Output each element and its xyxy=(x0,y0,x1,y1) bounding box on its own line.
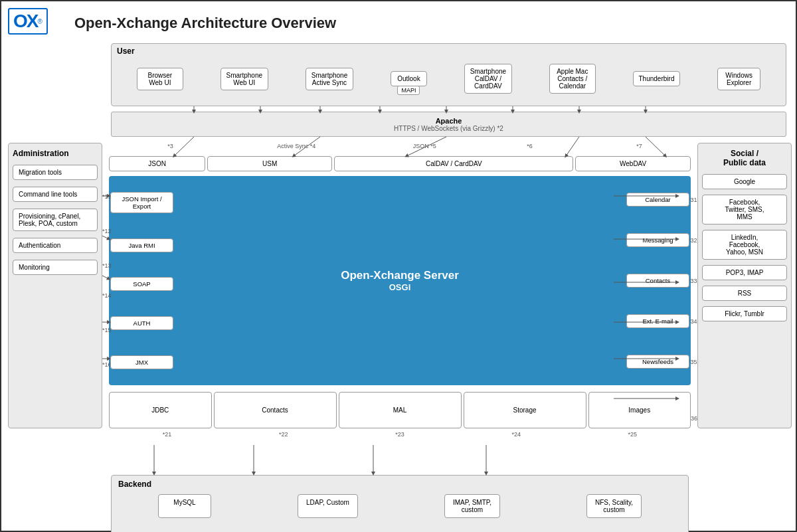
ref-r34: *34 xyxy=(688,318,697,325)
client-thunderbird: Thunderbird xyxy=(633,71,681,86)
ref-r33: *33 xyxy=(688,278,697,284)
admin-item-monitoring: Monitoring xyxy=(13,260,98,275)
conn-java-rmi: Java RMI xyxy=(110,238,173,252)
social-item-flickr: Flickr, Tumblr xyxy=(702,306,787,321)
conn-soap: SOAP xyxy=(110,277,173,291)
left-connectors: JSON Import /Export Java RMI SOAP AUTH J… xyxy=(110,179,173,382)
iface-contacts-b: Contacts xyxy=(214,392,337,428)
backend-nfs: NFS, Scality,custom xyxy=(586,494,642,518)
backend-mysql: MySQL xyxy=(158,494,211,518)
apache-label: Apache xyxy=(436,117,462,125)
user-label: User xyxy=(117,46,135,56)
ref-7: *7 xyxy=(636,143,642,155)
client-windows: WindowsExplorer xyxy=(717,68,760,90)
mapi-badge: MAPI xyxy=(397,86,420,95)
ref-b23: *23 xyxy=(395,431,404,438)
apache-sublabel: HTTPS / WebSockets (via Grizzly) *2 xyxy=(394,125,503,132)
social-title: Social /Public data xyxy=(702,149,787,167)
conn-calendar: Calendar xyxy=(626,193,689,207)
admin-item-provisioning: Provisioning, cPanel, Plesk, POA, custom xyxy=(13,209,98,231)
server-region: *3 Active Sync *4 JSON *5 *6 *7 JSON USM… xyxy=(109,143,691,428)
social-item-facebook: Facebook,Twitter, SMS,MMS xyxy=(702,195,787,224)
admin-item-migration: Migration tools xyxy=(13,165,98,180)
ref-b22: *22 xyxy=(279,431,288,438)
admin-item-cmdline: Command line tools xyxy=(13,187,98,202)
client-active-sync: SmartphoneActive Sync xyxy=(306,68,353,90)
ref-5: JSON *5 xyxy=(413,143,436,155)
osgi-server: Open-Xchange Server OSGI xyxy=(109,176,691,385)
header: OX ® Open-Xchange Architecture Overview xyxy=(8,8,789,38)
iface-json: JSON xyxy=(109,156,205,171)
ref-r31: *31 xyxy=(688,197,697,203)
backend-panel: Backend MySQL LDAP, Custom IMAP, SMTP,cu… xyxy=(111,475,689,532)
ref-b24: *24 xyxy=(511,431,521,438)
social-item-rss: RSS xyxy=(702,286,787,301)
iface-caldav: CalDAV / CardDAV xyxy=(334,156,573,171)
main-container: OX ® Open-Xchange Architecture Overview … xyxy=(0,0,797,532)
client-outlook: Outlook MAPI xyxy=(391,71,427,86)
social-panel: Social /Public data Google Facebook,Twit… xyxy=(697,143,792,428)
right-connectors: Calendar Messaging Contacts Ext. E-mail … xyxy=(626,179,689,382)
ref-row: *3 Active Sync *4 JSON *5 *6 *7 xyxy=(109,143,691,155)
iface-mal: MAL xyxy=(339,392,462,428)
admin-panel: Administration Migration tools Command l… xyxy=(8,143,102,428)
iface-storage: Storage xyxy=(464,392,586,428)
ref-3: *3 xyxy=(167,143,173,155)
social-item-linkedin: LinkedIn,Facebook,Yahoo, MSN xyxy=(702,230,787,260)
bottom-refs: *21 *22 *23 *24 *25 xyxy=(109,431,691,438)
client-apple: Apple MacContacts /Calendar xyxy=(549,64,596,94)
server-subtitle: OSGI xyxy=(389,282,411,292)
ox-logo: OX ® xyxy=(8,8,61,38)
ref-b25: *25 xyxy=(628,431,638,438)
client-caldav: SmartphoneCalDAV /CardDAV xyxy=(464,64,512,94)
conn-messaging: Messaging xyxy=(626,233,689,247)
admin-item-auth: Authentication xyxy=(13,238,98,253)
admin-title: Administration xyxy=(13,149,98,158)
backend-ldap: LDAP, Custom xyxy=(298,494,358,518)
ref-r32: *32 xyxy=(688,237,697,244)
page-title: Open-Xchange Architecture Overview xyxy=(74,15,336,32)
backend-imap: IMAP, SMTP,custom xyxy=(444,494,500,518)
backend-title: Backend xyxy=(118,480,681,489)
conn-json-import: JSON Import /Export xyxy=(110,192,173,213)
top-interfaces: JSON USM CalDAV / CardDAV WebDAV xyxy=(109,156,691,171)
social-item-google: Google xyxy=(702,174,787,189)
conn-newsfeeds: Newsfeeds xyxy=(626,355,689,369)
logo-text: OX xyxy=(13,11,37,32)
ref-6: *6 xyxy=(527,143,533,155)
ref-45: Active Sync *4 xyxy=(277,143,315,155)
user-section: User BrowserWeb UI SmartphoneWeb UI Smar… xyxy=(111,43,786,106)
client-browser: BrowserWeb UI xyxy=(137,68,183,90)
conn-auth: AUTH xyxy=(110,316,173,330)
apache-bar: Apache HTTPS / WebSockets (via Grizzly) … xyxy=(111,112,786,137)
iface-webdav: WebDAV xyxy=(575,156,691,171)
conn-contacts: Contacts xyxy=(626,274,689,288)
client-smartphone-web: SmartphoneWeb UI xyxy=(221,68,268,90)
ref-r35: *35 xyxy=(688,359,697,365)
iface-jdbc: JDBC xyxy=(109,392,212,428)
iface-usm: USM xyxy=(207,156,332,171)
bottom-interfaces: JDBC Contacts MAL Storage Images xyxy=(109,392,691,428)
social-item-pop3: POP3, IMAP xyxy=(702,265,787,280)
right-refs: *31 *32 *33 *34 *35 xyxy=(688,143,697,428)
ref-b21: *21 xyxy=(163,431,172,438)
conn-ext-email: Ext. E-mail xyxy=(626,314,689,328)
conn-jmx: JMX xyxy=(110,355,173,369)
architecture-diagram: User BrowserWeb UI SmartphoneWeb UI Smar… xyxy=(8,43,792,532)
server-title: Open-Xchange Server xyxy=(341,269,459,282)
iface-images: Images xyxy=(588,392,691,428)
